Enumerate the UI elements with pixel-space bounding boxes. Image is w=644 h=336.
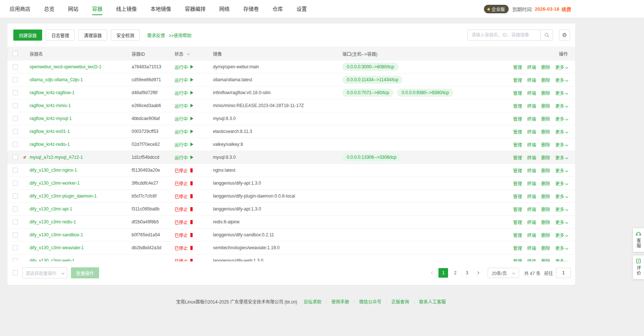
row-checkbox[interactable] xyxy=(13,116,18,121)
terminal-action-link[interactable]: 终端 xyxy=(527,154,536,161)
more-action-link[interactable]: 更多 xyxy=(555,103,568,109)
more-action-link[interactable]: 更多 xyxy=(555,154,568,161)
row-checkbox[interactable] xyxy=(13,77,18,82)
delete-action-link[interactable]: 删除 xyxy=(541,154,550,161)
row-checkbox[interactable] xyxy=(13,258,18,261)
more-action-link[interactable]: 更多 xyxy=(555,141,568,148)
page-button-2[interactable]: 2 xyxy=(450,268,460,278)
container-name-link[interactable]: dify_v130_c3mr-api-1 xyxy=(30,206,72,212)
nav-item-网站[interactable]: 网站 xyxy=(68,0,78,18)
delete-action-link[interactable]: 删除 xyxy=(541,116,550,122)
delete-action-link[interactable]: 删除 xyxy=(541,103,550,109)
container-name-link[interactable]: ragflow_kr4z-es01-1 xyxy=(30,129,70,134)
container-name-link[interactable]: dify_v130_c3mr-sandbox-1 xyxy=(30,232,83,237)
security-check-button[interactable]: 安全检测 xyxy=(111,30,140,41)
settings-button[interactable]: ⚙ xyxy=(559,30,570,41)
more-action-link[interactable]: 更多 xyxy=(555,193,568,199)
more-action-link[interactable]: 更多 xyxy=(555,90,568,96)
terminal-action-link[interactable]: 终端 xyxy=(527,206,536,212)
delete-action-link[interactable]: 删除 xyxy=(541,128,550,135)
container-name-link[interactable]: dify_v130_c3mr-nginx-1 xyxy=(30,168,77,173)
container-name-link[interactable]: dify_v130_c3mr-web-1 xyxy=(30,258,74,261)
renew-link[interactable]: 续费 xyxy=(562,6,571,13)
container-name-link[interactable]: dify_v130_c3mr-plugin_daemon-1 xyxy=(30,193,96,199)
row-checkbox[interactable] xyxy=(13,232,18,237)
nav-item-网络[interactable]: 网络 xyxy=(219,0,230,18)
manage-action-link[interactable]: 管理 xyxy=(513,128,522,135)
container-name-link[interactable]: ragflow_kr4z-mysql-1 xyxy=(30,116,72,121)
review-widget[interactable]: 评价 xyxy=(633,256,644,279)
nav-item-设置[interactable]: 设置 xyxy=(296,0,307,18)
more-action-link[interactable]: 更多 xyxy=(555,245,568,251)
delete-action-link[interactable]: 删除 xyxy=(541,219,550,225)
nav-item-本地镜像[interactable]: 本地镜像 xyxy=(150,0,171,18)
row-checkbox[interactable] xyxy=(13,129,18,134)
page-button-3[interactable]: 3 xyxy=(462,268,472,278)
goto-page-input[interactable] xyxy=(556,268,571,278)
more-action-link[interactable]: 更多 xyxy=(555,167,568,174)
help-link[interactable]: >>使用帮助 xyxy=(169,32,191,38)
manage-action-link[interactable]: 管理 xyxy=(513,180,522,186)
more-action-link[interactable]: 更多 xyxy=(555,258,568,262)
row-checkbox[interactable] xyxy=(13,142,18,147)
manage-action-link[interactable]: 管理 xyxy=(513,64,522,70)
manage-action-link[interactable]: 管理 xyxy=(513,232,522,238)
delete-action-link[interactable]: 删除 xyxy=(541,167,550,174)
manage-action-link[interactable]: 管理 xyxy=(513,103,522,109)
delete-action-link[interactable]: 删除 xyxy=(541,258,550,262)
select-all-checkbox[interactable] xyxy=(13,51,18,56)
nav-item-容器编排[interactable]: 容器编排 xyxy=(185,0,206,18)
delete-action-link[interactable]: 删除 xyxy=(541,193,550,199)
more-action-link[interactable]: 更多 xyxy=(555,219,568,225)
delete-action-link[interactable]: 删除 xyxy=(541,245,550,251)
manage-action-link[interactable]: 管理 xyxy=(513,219,522,225)
terminal-action-link[interactable]: 终端 xyxy=(527,193,536,199)
row-checkbox[interactable] xyxy=(13,245,18,250)
terminal-action-link[interactable]: 终端 xyxy=(527,167,536,174)
manage-action-link[interactable]: 管理 xyxy=(513,77,522,83)
row-checkbox[interactable] xyxy=(13,168,18,173)
clean-container-button[interactable]: 清理容器 xyxy=(78,30,107,41)
nav-item-线上镜像[interactable]: 线上镜像 xyxy=(116,0,137,18)
next-page-button[interactable] xyxy=(473,268,482,278)
row-checkbox[interactable] xyxy=(13,103,18,108)
footer-link-论坛求助[interactable]: 论坛求助 xyxy=(304,299,321,305)
manage-action-link[interactable]: 管理 xyxy=(513,258,522,262)
column-header-status[interactable]: 状态 xyxy=(174,51,213,57)
more-action-link[interactable]: 更多 xyxy=(555,64,568,70)
container-name-link[interactable]: dify_v130_c3mr-weaviate-1 xyxy=(30,245,84,250)
nav-item-存储卷[interactable]: 存储卷 xyxy=(243,0,259,18)
delete-action-link[interactable]: 删除 xyxy=(541,77,550,83)
container-name-link[interactable]: dify_v130_c3mr-redis-1 xyxy=(30,219,76,224)
footer-link-正版查询[interactable]: 正版查询 xyxy=(392,299,409,305)
batch-operation-select[interactable]: 请选择批量操作 xyxy=(22,267,67,278)
footer-link-使用手册[interactable]: 使用手册 xyxy=(331,299,349,305)
row-checkbox[interactable] xyxy=(13,181,18,186)
delete-action-link[interactable]: 删除 xyxy=(541,232,550,238)
manage-action-link[interactable]: 管理 xyxy=(513,116,522,122)
more-action-link[interactable]: 更多 xyxy=(555,77,568,83)
manage-action-link[interactable]: 管理 xyxy=(513,167,522,174)
more-action-link[interactable]: 更多 xyxy=(555,128,568,135)
terminal-action-link[interactable]: 终端 xyxy=(527,141,536,148)
more-action-link[interactable]: 更多 xyxy=(555,116,568,122)
terminal-action-link[interactable]: 终端 xyxy=(527,128,536,135)
row-checkbox[interactable] xyxy=(13,219,18,224)
search-button[interactable] xyxy=(540,30,553,41)
container-name-link[interactable]: ragflow_kr4z-ragflow-1 xyxy=(30,90,74,95)
terminal-action-link[interactable]: 终端 xyxy=(527,64,536,70)
nav-item-总览[interactable]: 总览 xyxy=(44,0,54,18)
nav-item-容器[interactable]: 容器 xyxy=(92,0,102,18)
footer-link-联系人工客服[interactable]: 联系人工客服 xyxy=(419,299,446,305)
terminal-action-link[interactable]: 终端 xyxy=(527,232,536,238)
manage-action-link[interactable]: 管理 xyxy=(513,206,522,212)
manage-action-link[interactable]: 管理 xyxy=(513,141,522,148)
delete-action-link[interactable]: 删除 xyxy=(541,90,550,96)
more-action-link[interactable]: 更多 xyxy=(555,180,568,186)
terminal-action-link[interactable]: 终端 xyxy=(527,180,536,186)
row-checkbox[interactable] xyxy=(13,90,18,95)
more-action-link[interactable]: 更多 xyxy=(555,232,568,238)
manage-action-link[interactable]: 管理 xyxy=(513,154,522,161)
more-action-link[interactable]: 更多 xyxy=(555,206,568,212)
container-name-link[interactable]: ragflow_kr4z-redis-1 xyxy=(30,142,70,147)
